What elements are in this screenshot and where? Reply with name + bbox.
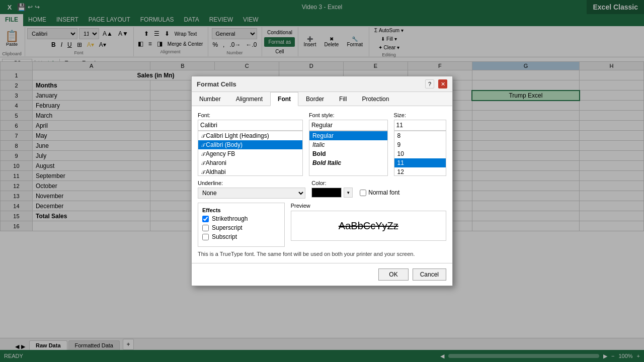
font-style-list[interactable]: Regular Italic Bold Bold Italic	[309, 131, 388, 176]
format-cells-dialog: Format Cells ? ✕ Number Alignment Font B…	[191, 76, 453, 286]
font-style-column: Font style: Regular Italic Bold Bold Ita…	[309, 112, 388, 176]
font-size-column: Size: 8 9 10 11 12 14	[394, 112, 446, 176]
font-list[interactable]: 𝒯 Calibri Light (Headings) 𝒯 Calibri (Bo…	[198, 131, 303, 176]
font-icon5: 𝒯	[201, 169, 204, 175]
font-icon2: 𝒯	[201, 142, 204, 148]
font-icon4: 𝒯	[201, 160, 204, 166]
size-8[interactable]: 8	[394, 131, 446, 140]
superscript-checkbox[interactable]	[202, 225, 209, 231]
dialog-title-actions: ? ✕	[425, 79, 447, 88]
font-column-label: Font:	[198, 112, 303, 118]
size-11[interactable]: 11	[394, 158, 446, 167]
style-bold[interactable]: Bold	[309, 149, 387, 158]
dialog-footer: OK Cancel	[192, 263, 452, 286]
subscript-row: Subscript	[202, 233, 280, 240]
dialog-title-bar: Format Cells ? ✕	[192, 76, 452, 92]
dialog-tab-border[interactable]: Border	[298, 92, 332, 106]
font-size-list[interactable]: 8 9 10 11 12 14	[394, 131, 446, 176]
normal-font-checkbox[interactable]	[360, 190, 366, 196]
underline-label: Underline:	[198, 180, 305, 186]
dialog-tab-font[interactable]: Font	[270, 92, 298, 106]
font-controls-row: Font: 𝒯 Calibri Light (Headings) 𝒯 Calib…	[198, 112, 446, 176]
color-swatch: ▼ Normal font	[311, 188, 446, 198]
font-list-item[interactable]: 𝒯 Calibri Light (Headings)	[198, 131, 302, 140]
subscript-label: Subscript	[212, 233, 237, 240]
dialog-help-button[interactable]: ?	[425, 79, 434, 88]
style-italic[interactable]: Italic	[309, 140, 387, 149]
strikethrough-checkbox[interactable]	[202, 216, 209, 222]
underline-color-row: Underline: None Color: ▼ Normal font	[198, 180, 446, 199]
font-icon3: 𝒯	[201, 151, 204, 157]
preview-area: AaBbCcYyZz	[291, 211, 446, 241]
font-name-input[interactable]	[198, 120, 303, 131]
color-preview	[311, 188, 342, 198]
underline-select[interactable]: None	[198, 188, 305, 199]
cancel-button[interactable]: Cancel	[413, 268, 446, 281]
dialog-tabs: Number Alignment Font Border Fill Protec…	[192, 92, 452, 106]
normal-font-label: Normal font	[368, 189, 399, 196]
font-size-label: Size:	[394, 112, 446, 118]
font-icon: 𝒯	[201, 133, 204, 139]
underline-column: Underline: None	[198, 180, 305, 199]
style-bold-italic[interactable]: Bold Italic	[309, 158, 387, 167]
subscript-checkbox[interactable]	[202, 234, 209, 240]
size-9[interactable]: 9	[394, 140, 446, 149]
effects-preview-row: Effects Strikethrough Superscript Subscr…	[198, 203, 446, 247]
strikethrough-label: Strikethrough	[212, 215, 248, 222]
font-list-item-selected[interactable]: 𝒯 Calibri (Body)	[198, 140, 302, 149]
superscript-row: Superscript	[202, 224, 280, 231]
main-layout: X 💾 ↩ ↪ Video 3 - Excel Excel Classic FI…	[0, 0, 644, 362]
strikethrough-row: Strikethrough	[202, 215, 280, 222]
size-12[interactable]: 12	[394, 167, 446, 176]
font-column: Font: 𝒯 Calibri Light (Headings) 𝒯 Calib…	[198, 112, 303, 176]
preview-section: Preview AaBbCcYyZz	[291, 203, 446, 247]
preview-text: AaBbCcYyZz	[339, 220, 398, 232]
effects-section: Effects Strikethrough Superscript Subscr…	[198, 203, 285, 247]
preview-title: Preview	[291, 203, 446, 209]
dialog-tab-alignment[interactable]: Alignment	[228, 92, 270, 106]
font-style-label: Font style:	[309, 112, 388, 118]
color-label: Color:	[311, 180, 446, 186]
font-list-item[interactable]: 𝒯 Agency FB	[198, 149, 302, 158]
superscript-label: Superscript	[212, 224, 243, 231]
font-size-input[interactable]	[394, 120, 446, 131]
dialog-close-button[interactable]: ✕	[438, 79, 447, 88]
size-10[interactable]: 10	[394, 149, 446, 158]
truetype-note: This is a TrueType font. The same font w…	[198, 251, 446, 257]
ok-button[interactable]: OK	[378, 268, 408, 281]
dialog-tab-protection[interactable]: Protection	[354, 92, 396, 106]
font-list-item[interactable]: 𝒯 Aldhabi	[198, 167, 302, 176]
style-regular[interactable]: Regular	[309, 131, 387, 140]
dialog-body: Font: 𝒯 Calibri Light (Headings) 𝒯 Calib…	[192, 106, 452, 263]
font-list-item[interactable]: 𝒯 Aharoni	[198, 158, 302, 167]
dialog-tab-fill[interactable]: Fill	[332, 92, 354, 106]
font-style-input[interactable]	[309, 120, 388, 131]
color-column: Color: ▼ Normal font	[311, 180, 446, 199]
dialog-title: Format Cells	[197, 80, 236, 88]
effects-title: Effects	[202, 207, 280, 213]
dialog-tab-number[interactable]: Number	[192, 92, 228, 106]
color-dropdown-button[interactable]: ▼	[344, 188, 353, 198]
modal-overlay: Format Cells ? ✕ Number Alignment Font B…	[0, 0, 644, 362]
